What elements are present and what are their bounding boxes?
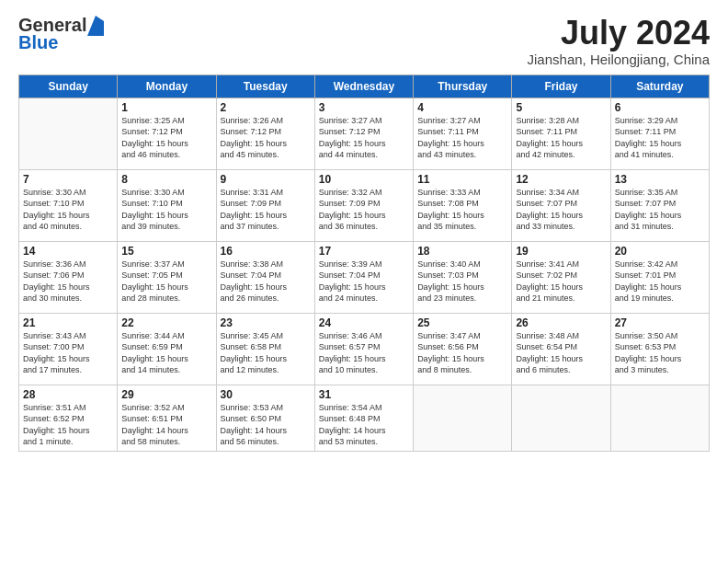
- day-info: Sunrise: 3:33 AMSunset: 7:08 PMDaylight:…: [417, 187, 507, 233]
- table-row: 1Sunrise: 3:25 AMSunset: 7:12 PMDaylight…: [118, 98, 216, 169]
- day-info: Sunrise: 3:31 AMSunset: 7:09 PMDaylight:…: [221, 187, 311, 233]
- day-number: 19: [516, 245, 606, 258]
- col-monday: Monday: [118, 75, 216, 98]
- table-row: 6Sunrise: 3:29 AMSunset: 7:11 PMDaylight…: [610, 98, 709, 169]
- day-number: 15: [121, 245, 211, 258]
- table-row: 29Sunrise: 3:52 AMSunset: 6:51 PMDayligh…: [118, 385, 216, 451]
- calendar-table: Sunday Monday Tuesday Wednesday Thursday…: [18, 75, 710, 452]
- col-saturday: Saturday: [610, 75, 709, 98]
- day-info: Sunrise: 3:52 AMSunset: 6:51 PMDaylight:…: [121, 402, 211, 448]
- title-section: July 2024 Jianshan, Heilongjiang, China: [528, 15, 710, 67]
- table-row: 9Sunrise: 3:31 AMSunset: 7:09 PMDaylight…: [216, 169, 314, 241]
- day-number: 4: [417, 101, 507, 114]
- location: Jianshan, Heilongjiang, China: [528, 52, 710, 67]
- table-row: 31Sunrise: 3:54 AMSunset: 6:48 PMDayligh…: [314, 385, 413, 451]
- day-number: 26: [516, 316, 606, 329]
- day-info: Sunrise: 3:35 AMSunset: 7:07 PMDaylight:…: [615, 187, 705, 233]
- day-number: 21: [23, 316, 113, 329]
- table-row: 13Sunrise: 3:35 AMSunset: 7:07 PMDayligh…: [610, 169, 709, 241]
- day-info: Sunrise: 3:43 AMSunset: 7:00 PMDaylight:…: [23, 330, 113, 376]
- day-number: 14: [23, 245, 113, 258]
- day-number: 24: [319, 316, 409, 329]
- day-number: 23: [221, 316, 311, 329]
- day-info: Sunrise: 3:28 AMSunset: 7:11 PMDaylight:…: [516, 115, 606, 161]
- table-row: 17Sunrise: 3:39 AMSunset: 7:04 PMDayligh…: [314, 241, 413, 313]
- day-info: Sunrise: 3:48 AMSunset: 6:54 PMDaylight:…: [516, 330, 606, 376]
- day-info: Sunrise: 3:47 AMSunset: 6:56 PMDaylight:…: [417, 330, 507, 376]
- day-info: Sunrise: 3:25 AMSunset: 7:12 PMDaylight:…: [121, 115, 211, 161]
- calendar-header-row: Sunday Monday Tuesday Wednesday Thursday…: [19, 75, 710, 98]
- day-number: 28: [23, 388, 113, 401]
- day-number: 27: [615, 316, 705, 329]
- table-row: 4Sunrise: 3:27 AMSunset: 7:11 PMDaylight…: [414, 98, 512, 169]
- day-info: Sunrise: 3:45 AMSunset: 6:58 PMDaylight:…: [221, 330, 311, 376]
- day-number: 29: [121, 388, 211, 401]
- day-info: Sunrise: 3:27 AMSunset: 7:11 PMDaylight:…: [417, 115, 507, 161]
- logo-icon: [87, 16, 104, 36]
- day-number: 5: [516, 101, 606, 114]
- table-row: 30Sunrise: 3:53 AMSunset: 6:50 PMDayligh…: [216, 385, 314, 451]
- table-row: 11Sunrise: 3:33 AMSunset: 7:08 PMDayligh…: [414, 169, 512, 241]
- table-row: 22Sunrise: 3:44 AMSunset: 6:59 PMDayligh…: [118, 313, 216, 385]
- day-number: 30: [221, 388, 311, 401]
- col-sunday: Sunday: [19, 75, 118, 98]
- day-number: 10: [319, 173, 409, 186]
- table-row: 18Sunrise: 3:40 AMSunset: 7:03 PMDayligh…: [414, 241, 512, 313]
- table-row: 2Sunrise: 3:26 AMSunset: 7:12 PMDaylight…: [216, 98, 314, 169]
- table-row: 5Sunrise: 3:28 AMSunset: 7:11 PMDaylight…: [512, 98, 610, 169]
- day-info: Sunrise: 3:44 AMSunset: 6:59 PMDaylight:…: [121, 330, 211, 376]
- table-row: 19Sunrise: 3:41 AMSunset: 7:02 PMDayligh…: [512, 241, 610, 313]
- day-number: 13: [615, 173, 705, 186]
- header: General Blue July 2024 Jianshan, Heilong…: [18, 15, 710, 67]
- table-row: 10Sunrise: 3:32 AMSunset: 7:09 PMDayligh…: [314, 169, 413, 241]
- day-info: Sunrise: 3:41 AMSunset: 7:02 PMDaylight:…: [516, 259, 606, 304]
- day-info: Sunrise: 3:30 AMSunset: 7:10 PMDaylight:…: [121, 187, 211, 233]
- day-info: Sunrise: 3:39 AMSunset: 7:04 PMDaylight:…: [319, 259, 409, 304]
- day-number: 7: [23, 173, 113, 186]
- day-info: Sunrise: 3:50 AMSunset: 6:53 PMDaylight:…: [615, 330, 705, 376]
- day-number: 9: [221, 173, 311, 186]
- table-row: [512, 385, 610, 451]
- day-info: Sunrise: 3:29 AMSunset: 7:11 PMDaylight:…: [615, 115, 705, 161]
- day-number: 8: [121, 173, 211, 186]
- day-number: 3: [319, 101, 409, 114]
- day-number: 25: [417, 316, 507, 329]
- day-number: 31: [319, 388, 409, 401]
- col-thursday: Thursday: [414, 75, 512, 98]
- day-info: Sunrise: 3:30 AMSunset: 7:10 PMDaylight:…: [23, 187, 113, 233]
- day-number: 12: [516, 173, 606, 186]
- table-row: 21Sunrise: 3:43 AMSunset: 7:00 PMDayligh…: [19, 313, 118, 385]
- day-number: 6: [615, 101, 705, 114]
- table-row: 28Sunrise: 3:51 AMSunset: 6:52 PMDayligh…: [19, 385, 118, 451]
- day-info: Sunrise: 3:37 AMSunset: 7:05 PMDaylight:…: [121, 259, 211, 304]
- table-row: 26Sunrise: 3:48 AMSunset: 6:54 PMDayligh…: [512, 313, 610, 385]
- svg-marker-0: [87, 16, 104, 36]
- day-number: 17: [319, 245, 409, 258]
- col-wednesday: Wednesday: [314, 75, 413, 98]
- day-number: 16: [221, 245, 311, 258]
- day-number: 20: [615, 245, 705, 258]
- table-row: [610, 385, 709, 451]
- day-info: Sunrise: 3:53 AMSunset: 6:50 PMDaylight:…: [221, 402, 311, 448]
- day-info: Sunrise: 3:42 AMSunset: 7:01 PMDaylight:…: [615, 259, 705, 304]
- day-info: Sunrise: 3:46 AMSunset: 6:57 PMDaylight:…: [319, 330, 409, 376]
- day-info: Sunrise: 3:36 AMSunset: 7:06 PMDaylight:…: [23, 259, 113, 304]
- day-number: 22: [121, 316, 211, 329]
- logo-blue-text: Blue: [18, 32, 58, 53]
- col-tuesday: Tuesday: [216, 75, 314, 98]
- day-info: Sunrise: 3:54 AMSunset: 6:48 PMDaylight:…: [319, 402, 409, 448]
- table-row: 3Sunrise: 3:27 AMSunset: 7:12 PMDaylight…: [314, 98, 413, 169]
- table-row: 8Sunrise: 3:30 AMSunset: 7:10 PMDaylight…: [118, 169, 216, 241]
- table-row: 12Sunrise: 3:34 AMSunset: 7:07 PMDayligh…: [512, 169, 610, 241]
- day-info: Sunrise: 3:40 AMSunset: 7:03 PMDaylight:…: [417, 259, 507, 304]
- table-row: 25Sunrise: 3:47 AMSunset: 6:56 PMDayligh…: [414, 313, 512, 385]
- day-info: Sunrise: 3:26 AMSunset: 7:12 PMDaylight:…: [221, 115, 311, 161]
- day-info: Sunrise: 3:32 AMSunset: 7:09 PMDaylight:…: [319, 187, 409, 233]
- calendar-page: General Blue July 2024 Jianshan, Heilong…: [0, 0, 728, 563]
- table-row: 7Sunrise: 3:30 AMSunset: 7:10 PMDaylight…: [19, 169, 118, 241]
- col-friday: Friday: [512, 75, 610, 98]
- table-row: 20Sunrise: 3:42 AMSunset: 7:01 PMDayligh…: [610, 241, 709, 313]
- day-info: Sunrise: 3:51 AMSunset: 6:52 PMDaylight:…: [23, 402, 113, 448]
- day-info: Sunrise: 3:38 AMSunset: 7:04 PMDaylight:…: [221, 259, 311, 304]
- day-info: Sunrise: 3:34 AMSunset: 7:07 PMDaylight:…: [516, 187, 606, 233]
